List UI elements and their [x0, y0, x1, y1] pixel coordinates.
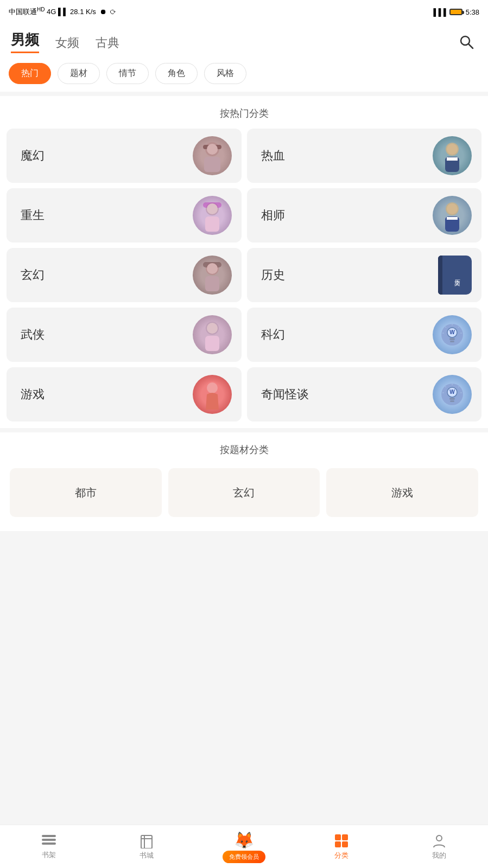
chip-plot[interactable]: 情节 — [106, 63, 149, 84]
avatar-youxi-img — [199, 378, 226, 411]
category-chongsheng[interactable]: 重生 — [7, 188, 242, 242]
category-qiwenguaitan-label: 奇闻怪谈 — [261, 386, 309, 403]
category-wuxia-label: 武侠 — [21, 327, 45, 343]
svg-point-17 — [447, 203, 458, 214]
category-youxi[interactable]: 游戏 — [7, 367, 242, 422]
tab-male[interactable]: 男频 — [11, 30, 39, 53]
nav-mine[interactable]: 我的 — [390, 825, 488, 868]
mine-label: 我的 — [432, 851, 446, 860]
svg-rect-28 — [450, 341, 454, 342]
search-button[interactable] — [455, 31, 477, 53]
svg-line-1 — [469, 44, 473, 49]
carrier-info: 中国联通HD 4G ▌▌ 28.1 K/s ⏺ ⟳ — [9, 7, 116, 17]
bottom-navigation: 书架 书城 🦊 免费领会员 分类 我的 — [0, 825, 488, 868]
subject-xuanhuan[interactable]: 玄幻 — [168, 468, 320, 517]
chip-hot[interactable]: 热门 — [9, 63, 51, 84]
category-chongsheng-label: 重生 — [21, 207, 45, 224]
avatar-youxi — [193, 375, 232, 414]
svg-rect-56 — [342, 841, 348, 847]
category-label-bottom: 分类 — [334, 851, 348, 860]
avatar-chongsheng-img — [199, 199, 226, 232]
category-lishi-label: 历史 — [261, 267, 285, 283]
battery-icon — [449, 9, 462, 15]
search-icon — [459, 34, 474, 49]
svg-rect-55 — [335, 841, 341, 847]
avatar-rexue-img — [439, 139, 466, 172]
svg-rect-49 — [42, 843, 56, 845]
nav-category[interactable]: 分类 — [293, 825, 390, 868]
svg-point-0 — [461, 36, 470, 45]
subject-section: 按题材分类 都市 玄幻 游戏 — [0, 432, 488, 531]
svg-point-24 — [207, 323, 218, 334]
svg-rect-23 — [205, 336, 219, 351]
fox-icon: 🦊 — [234, 831, 254, 850]
svg-rect-39 — [449, 398, 455, 400]
category-xiangshi[interactable]: 相师 — [247, 188, 482, 242]
shelf-icon — [41, 834, 57, 848]
category-rexue[interactable]: 热血 — [247, 129, 482, 183]
category-xuanhuan[interactable]: 玄幻 — [7, 248, 242, 302]
avatar-xuanhuan-img — [199, 259, 226, 291]
svg-rect-16 — [447, 217, 458, 220]
svg-rect-54 — [342, 834, 348, 840]
svg-point-9 — [447, 144, 458, 155]
vip-label: 免费领会员 — [223, 851, 265, 863]
hot-section: 按热门分类 魔幻 热血 — [0, 96, 488, 428]
svg-point-13 — [207, 203, 218, 214]
signal-icon: ▐▐▐ — [431, 8, 446, 16]
category-xiangshi-label: 相师 — [261, 207, 285, 224]
tab-classic[interactable]: 古典 — [96, 35, 119, 53]
avatar-mohuan-img — [199, 139, 226, 172]
svg-point-57 — [436, 835, 442, 841]
subject-youxi[interactable]: 游戏 — [326, 468, 478, 517]
svg-rect-40 — [450, 400, 454, 402]
chip-theme[interactable]: 题材 — [58, 63, 100, 84]
nav-tabs: 男频 女频 古典 — [11, 30, 455, 53]
nav-store[interactable]: 书城 — [98, 825, 195, 868]
category-mohuan[interactable]: 魔幻 — [7, 129, 242, 183]
svg-rect-20 — [205, 276, 219, 291]
svg-point-21 — [207, 263, 218, 274]
lightbulb-icon: W — [440, 322, 465, 347]
avatar-xiangshi — [433, 196, 472, 235]
svg-rect-53 — [335, 834, 341, 840]
avatar-wuxia-img — [199, 318, 226, 351]
category-lishi[interactable]: 历史 历文 — [247, 248, 482, 302]
svg-text:W: W — [449, 389, 455, 395]
subject-dushi[interactable]: 都市 — [10, 468, 162, 517]
svg-rect-12 — [205, 216, 219, 232]
avatar-mohuan — [193, 136, 232, 175]
category-icon — [334, 833, 349, 848]
svg-rect-48 — [42, 839, 56, 841]
category-qiwenguaitan[interactable]: 奇闻怪谈 W — [247, 367, 482, 422]
shelf-label: 书架 — [42, 850, 56, 860]
svg-text:W: W — [449, 329, 455, 335]
store-icon — [139, 833, 154, 848]
tab-female[interactable]: 女频 — [55, 35, 79, 53]
category-rexue-label: 热血 — [261, 148, 285, 164]
chip-style[interactable]: 风格 — [204, 63, 246, 84]
filter-bar: 热门 题材 情节 角色 风格 — [0, 58, 488, 92]
hot-section-title: 按热门分类 — [0, 96, 488, 129]
svg-point-36 — [207, 382, 218, 393]
svg-rect-47 — [42, 835, 56, 837]
category-xuanhuan-label: 玄幻 — [21, 267, 45, 283]
svg-rect-50 — [141, 835, 152, 848]
avatar-xiangshi-img — [439, 199, 466, 232]
avatar-chongsheng — [193, 196, 232, 235]
category-grid: 魔幻 热血 — [0, 129, 488, 428]
category-kehuan-label: 科幻 — [261, 327, 285, 343]
system-status: ▐▐▐ 5:38 — [431, 8, 479, 16]
avatar-lishi: 历文 — [438, 256, 472, 295]
avatar-xuanhuan — [193, 256, 232, 295]
svg-rect-3 — [204, 157, 220, 172]
category-youxi-label: 游戏 — [21, 386, 45, 403]
chip-role[interactable]: 角色 — [155, 63, 198, 84]
category-kehuan[interactable]: 科幻 W — [247, 308, 482, 362]
category-wuxia[interactable]: 武侠 — [7, 308, 242, 362]
avatar-kehuan: W — [433, 315, 472, 354]
svg-point-5 — [207, 144, 218, 155]
nav-vip[interactable]: 🦊 免费领会员 — [195, 825, 293, 868]
nav-shelf[interactable]: 书架 — [0, 825, 98, 868]
avatar-wuxia — [193, 315, 232, 354]
